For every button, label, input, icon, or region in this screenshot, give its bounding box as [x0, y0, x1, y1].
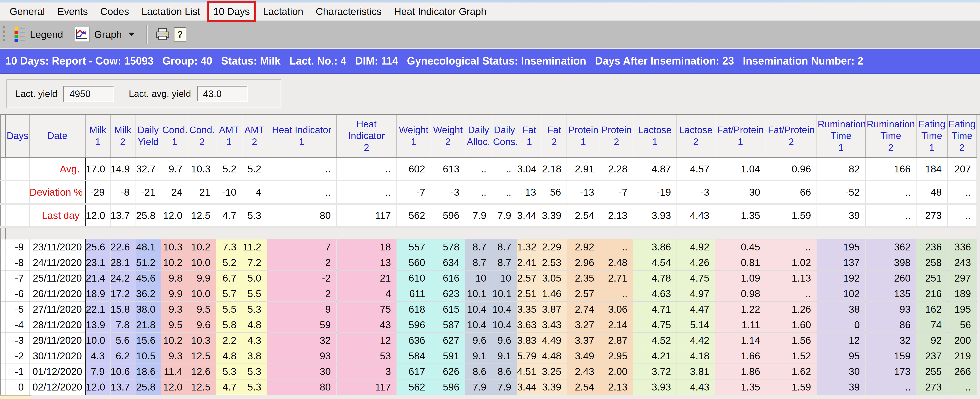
summary-cell[interactable]: 3.44 [517, 204, 542, 227]
data-cell[interactable]: 398 [865, 255, 916, 270]
chevron-down-icon[interactable] [129, 33, 134, 36]
data-cell[interactable]: 189 [947, 286, 977, 302]
data-cell[interactable]: 237 [916, 348, 947, 364]
data-cell[interactable]: 1.86 [715, 364, 766, 379]
data-cell[interactable]: 5.14 [677, 317, 715, 332]
data-cell[interactable]: 9.8 [161, 270, 188, 286]
days-cell[interactable]: -7 [6, 270, 29, 286]
data-cell[interactable]: 45.6 [135, 270, 161, 286]
summary-cell[interactable]: 7.9 [465, 204, 492, 227]
summary-cell[interactable]: -10 [216, 181, 242, 204]
data-cell[interactable]: 9.6 [188, 317, 216, 332]
summary-cell[interactable]: 5.2 [216, 157, 242, 181]
data-cell[interactable]: 74 [916, 317, 947, 332]
data-cell[interactable]: 2.54 [567, 379, 600, 395]
summary-cell[interactable]: 4.57 [677, 157, 715, 181]
data-cell[interactable]: 3.44 [517, 379, 542, 395]
data-cell[interactable]: 5.5 [216, 302, 242, 317]
data-cell[interactable]: 578 [431, 239, 465, 255]
data-cell[interactable]: 266 [947, 364, 977, 379]
data-cell[interactable]: 117 [336, 379, 397, 395]
lact-yield-field[interactable]: 4950 [63, 86, 114, 102]
column-header-weight-2[interactable]: Weight2 [431, 115, 465, 157]
data-cell[interactable]: 59 [267, 317, 336, 332]
data-cell[interactable]: 1.32 [517, 239, 542, 255]
data-cell[interactable]: 2.14 [600, 317, 633, 332]
data-cell[interactable]: 2.92 [567, 239, 600, 255]
data-cell[interactable]: 10.4 [492, 302, 517, 317]
data-cell[interactable]: 56 [947, 317, 977, 332]
data-cell[interactable]: 4.21 [633, 348, 677, 364]
summary-cell[interactable]: 12.0 [161, 204, 188, 227]
data-cell[interactable]: 610 [397, 270, 431, 286]
summary-cell[interactable]: 0.96 [766, 157, 817, 181]
summary-cell[interactable]: 7.9 [492, 204, 517, 227]
column-header-fat-1[interactable]: Fat1 [517, 115, 542, 157]
summary-cell[interactable]: 4.43 [677, 204, 715, 227]
data-cell[interactable]: 2.48 [600, 255, 633, 270]
column-header-fat-protein-2[interactable]: Fat/Protein2 [766, 115, 817, 157]
data-cell[interactable]: 9.9 [161, 286, 188, 302]
summary-cell[interactable]: 3.39 [542, 204, 567, 227]
data-cell[interactable]: 2.41 [517, 255, 542, 270]
data-cell[interactable]: 13 [336, 255, 397, 270]
data-cell[interactable]: 4.49 [542, 332, 567, 348]
data-cell[interactable]: 11.4 [161, 364, 188, 379]
data-cell[interactable]: 30 [817, 364, 865, 379]
data-cell[interactable]: 10.6 [110, 364, 135, 379]
table-row-day-m6[interactable]: -626/11/202018.917.236.29.910.05.75.5246… [0, 286, 977, 302]
menu-item-events[interactable]: Events [51, 5, 94, 19]
data-cell[interactable]: 93 [865, 302, 916, 317]
data-cell[interactable]: 12.5 [188, 379, 216, 395]
column-header-protein-2[interactable]: Protein2 [600, 115, 633, 157]
summary-cell[interactable]: 30 [715, 181, 766, 204]
data-cell[interactable]: 18 [336, 239, 397, 255]
data-cell[interactable]: 1.09 [715, 270, 766, 286]
data-cell[interactable]: 255 [916, 364, 947, 379]
data-cell[interactable]: 2.71 [600, 270, 633, 286]
data-cell[interactable]: 587 [431, 317, 465, 332]
column-header-cond-1[interactable]: Cond.1 [161, 115, 188, 157]
data-cell[interactable]: 5.3 [242, 364, 267, 379]
summary-cell[interactable]: 596 [431, 204, 465, 227]
data-cell[interactable]: 0.98 [715, 286, 766, 302]
data-cell[interactable]: 17.2 [110, 286, 135, 302]
summary-cell[interactable]: -19 [633, 181, 677, 204]
data-cell[interactable]: 1.22 [715, 302, 766, 317]
data-cell[interactable]: 21.4 [86, 270, 110, 286]
data-cell[interactable]: 626 [431, 364, 465, 379]
data-cell[interactable]: 2.57 [517, 270, 542, 286]
data-cell[interactable]: 9.1 [492, 348, 517, 364]
data-cell[interactable]: 7.9 [492, 379, 517, 395]
days-cell[interactable]: -1 [6, 364, 29, 379]
data-cell[interactable]: 38 [817, 302, 865, 317]
data-cell[interactable]: 584 [397, 348, 431, 364]
data-cell[interactable]: 200 [947, 332, 977, 348]
data-cell[interactable]: 195 [817, 239, 865, 255]
data-cell[interactable]: .. [865, 379, 916, 395]
column-header-milk-2[interactable]: Milk2 [110, 115, 135, 157]
graph-button[interactable]: Graph [69, 24, 140, 45]
data-cell[interactable]: 5.3 [242, 379, 267, 395]
table-row-day-m5[interactable]: -527/11/202022.115.838.09.39.55.55.39756… [0, 302, 977, 317]
data-cell[interactable]: 137 [817, 255, 865, 270]
data-cell[interactable]: 95 [817, 348, 865, 364]
data-cell[interactable]: 4.18 [677, 348, 715, 364]
summary-cell[interactable]: .. [336, 157, 397, 181]
data-cell[interactable]: 5.2 [216, 255, 242, 270]
summary-cell[interactable]: 5.3 [242, 204, 267, 227]
column-header-amt-2[interactable]: AMT2 [242, 115, 267, 157]
days-cell[interactable]: -8 [6, 255, 29, 270]
data-cell[interactable]: 3.86 [633, 239, 677, 255]
summary-cell[interactable]: 82 [817, 157, 865, 181]
date-cell[interactable]: 25/11/2020 [29, 270, 86, 286]
data-cell[interactable]: 2.57 [567, 286, 600, 302]
data-cell[interactable]: 10 [465, 270, 492, 286]
data-cell[interactable]: 2.35 [567, 270, 600, 286]
data-cell[interactable]: 560 [397, 255, 431, 270]
date-cell[interactable]: 27/11/2020 [29, 302, 86, 317]
column-header-fat-protein-1[interactable]: Fat/Protein1 [715, 115, 766, 157]
data-cell[interactable]: 162 [916, 302, 947, 317]
days-cell[interactable]: -5 [6, 302, 29, 317]
data-cell[interactable]: 92 [916, 332, 947, 348]
